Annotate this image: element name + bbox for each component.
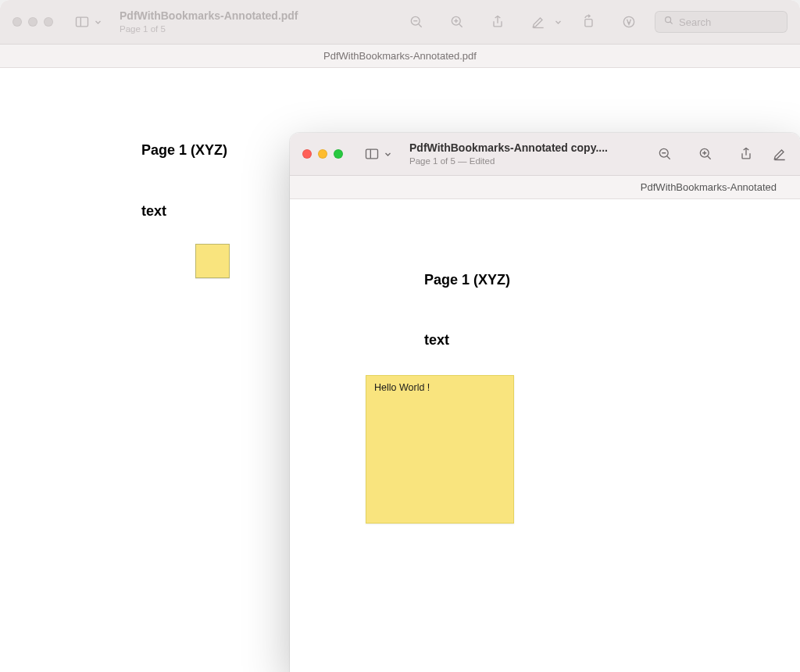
svg-rect-15 [366,149,378,159]
sidebar-toggle[interactable] [363,143,392,165]
sticky-note-large[interactable]: Hello World ! [366,375,514,524]
close-button[interactable] [302,149,312,159]
sidebar-icon [73,11,91,33]
page-text: text [141,203,166,220]
share-button[interactable] [731,143,761,165]
chevron-down-icon [383,151,392,158]
markup-button[interactable] [523,11,553,33]
sticky-note-small[interactable] [195,244,230,278]
sidebar-toggle[interactable] [73,11,102,33]
page-heading: Page 1 (XYZ) [141,142,227,159]
traffic-lights-back [12,17,53,27]
zoom-out-button[interactable] [402,11,431,33]
titlebar-back: PdfWithBookmarks-Annotated.pdf Page 1 of… [0,0,800,45]
sticky-note-text: Hello World ! [374,382,430,393]
markup-button[interactable] [772,143,788,165]
title-group-back: PdfWithBookmarks-Annotated.pdf Page 1 of… [120,9,298,34]
page-text: text [424,332,449,349]
chevron-down-icon[interactable] [553,19,562,26]
tabbar-front: PdfWithBookmarks-Annotated [290,176,800,199]
close-button[interactable] [12,17,22,27]
traffic-lights-front [302,149,343,159]
page-heading: Page 1 (XYZ) [424,272,510,288]
rotate-button[interactable] [573,11,603,33]
page-indicator: Page 1 of 5 — Edited [409,155,608,166]
minimize-button[interactable] [28,17,38,27]
zoom-button[interactable] [334,149,343,159]
share-button[interactable] [483,11,512,33]
svg-point-13 [666,17,671,23]
search-input[interactable] [679,16,773,28]
minimize-button[interactable] [318,149,327,159]
svg-line-6 [459,24,462,27]
highlight-button[interactable] [614,11,644,33]
zoom-in-button[interactable] [442,11,472,33]
zoom-out-button[interactable] [650,143,680,165]
tab-label[interactable]: PdfWithBookmarks-Annotated.pdf [323,50,477,62]
svg-line-3 [419,24,422,27]
search-icon [663,15,674,29]
tabbar-back: PdfWithBookmarks-Annotated.pdf [0,45,800,68]
svg-line-14 [670,22,673,24]
titlebar-front: PdfWithBookmarks-Annotated copy.... Page… [290,133,800,176]
sidebar-icon [363,143,380,165]
page-indicator: Page 1 of 5 [120,23,298,34]
tab-label[interactable]: PdfWithBookmarks-Annotated [641,181,777,193]
zoom-button[interactable] [44,17,53,27]
zoom-in-button[interactable] [691,143,720,165]
document-title: PdfWithBookmarks-Annotated copy.... [409,141,608,155]
svg-line-21 [708,156,711,159]
pdf-content-front[interactable]: Page 1 (XYZ) text Hello World ! [290,199,800,672]
preview-window-front: PdfWithBookmarks-Annotated copy.... Page… [290,133,800,672]
search-field[interactable] [655,11,788,33]
title-group-front: PdfWithBookmarks-Annotated copy.... Page… [409,141,608,166]
svg-rect-10 [585,20,592,27]
document-title: PdfWithBookmarks-Annotated.pdf [120,9,298,23]
chevron-down-icon [93,19,102,26]
svg-rect-0 [77,17,88,27]
svg-line-18 [667,156,670,159]
